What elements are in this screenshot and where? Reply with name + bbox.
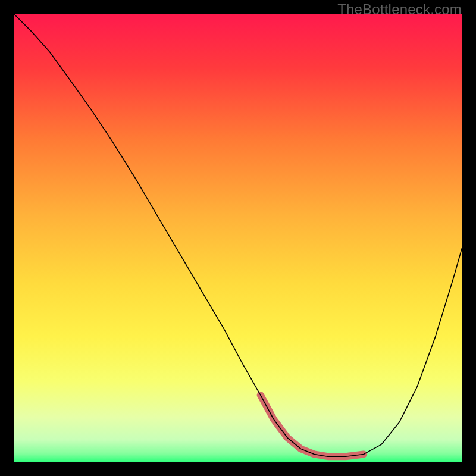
watermark-text: TheBottleneck.com	[337, 1, 462, 18]
highlight-optimal-region	[261, 395, 364, 456]
chart-frame: TheBottleneck.com	[0, 0, 476, 476]
chart-overlay	[14, 14, 462, 462]
series-bottleneck-curve	[14, 14, 462, 456]
